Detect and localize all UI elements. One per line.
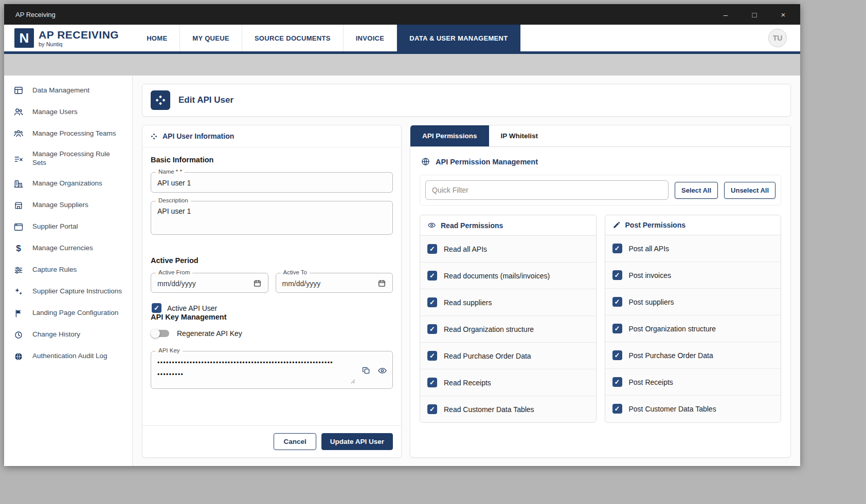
- cancel-button[interactable]: Cancel: [274, 433, 316, 450]
- permission-row[interactable]: ✓ Post Organization structure: [605, 315, 781, 342]
- app-header: N AP RECEIVING by Nuntiq HOME MY QUEUE S…: [4, 25, 800, 51]
- update-api-user-button[interactable]: Update API User: [321, 433, 393, 450]
- sidebar: Data Management Manage Users Manage Proc…: [4, 76, 133, 466]
- regenerate-api-key-toggle[interactable]: [152, 330, 169, 337]
- calendar-icon[interactable]: [253, 279, 262, 288]
- permission-checkbox[interactable]: ✓: [427, 324, 437, 334]
- sidebar-item-label: Manage Suppliers: [32, 201, 88, 210]
- permission-row[interactable]: ✓ Read Receipts: [420, 369, 596, 396]
- api-key-input[interactable]: ••••••••••••••••••••••••••••••••••••••••…: [157, 357, 355, 384]
- nav-item-data-user-management[interactable]: DATA & USER MANAGEMENT: [396, 25, 520, 51]
- store-icon: [12, 200, 25, 211]
- sidebar-item-manage-processing-rule-sets[interactable]: Manage Processing Rule Sets: [4, 144, 132, 173]
- permission-checkbox[interactable]: ✓: [427, 404, 437, 414]
- copy-icon[interactable]: [362, 366, 371, 376]
- sidebar-item-manage-currencies[interactable]: $ Manage Currencies: [4, 238, 132, 259]
- sidebar-item-supplier-capture-instructions[interactable]: Supplier Capture Instructions: [4, 281, 132, 303]
- permission-row[interactable]: ✓ Read Customer Data Tables: [420, 396, 596, 422]
- sidebar-item-landing-page-configuration[interactable]: Landing Page Configuration: [4, 303, 132, 324]
- maximize-button[interactable]: □: [748, 10, 761, 19]
- permission-checkbox[interactable]: ✓: [612, 377, 622, 387]
- sidebar-item-label: Authentication Audit Log: [32, 352, 107, 361]
- main-nav: HOME MY QUEUE SOURCE DOCUMENTS INVOICE D…: [134, 25, 520, 51]
- permission-checkbox[interactable]: ✓: [427, 351, 437, 361]
- unselect-all-button[interactable]: Unselect All: [724, 182, 775, 199]
- diamonds-icon: [150, 133, 158, 140]
- nav-item-source-documents[interactable]: SOURCE DOCUMENTS: [242, 25, 343, 51]
- avatar[interactable]: TU: [768, 29, 787, 47]
- sidebar-item-label: Manage Organizations: [32, 179, 102, 188]
- permission-checkbox[interactable]: ✓: [612, 324, 622, 333]
- permission-row[interactable]: ✓ Read suppliers: [420, 289, 596, 316]
- sidebar-item-label: Data Management: [32, 86, 89, 95]
- quick-filter-input[interactable]: [425, 180, 669, 200]
- name-input[interactable]: [157, 179, 386, 187]
- sidebar-item-supplier-portal[interactable]: Supplier Portal: [4, 216, 132, 238]
- permission-row[interactable]: ✓ Post Receipts: [605, 369, 781, 396]
- active-api-user-checkbox-row[interactable]: ✓ Active API User: [152, 303, 393, 313]
- sidebar-item-manage-processing-teams[interactable]: Manage Processing Teams: [4, 123, 132, 144]
- sidebar-item-manage-organizations[interactable]: Manage Organizations: [4, 173, 132, 195]
- active-to-label: Active To: [281, 269, 310, 275]
- sidebar-item-data-management[interactable]: Data Management: [4, 80, 132, 101]
- sidebar-item-change-history[interactable]: Change History: [4, 324, 132, 346]
- description-input[interactable]: API user 1: [157, 207, 386, 228]
- regenerate-api-key-toggle-row[interactable]: Regenerate API Key: [152, 329, 393, 338]
- permission-checkbox[interactable]: ✓: [427, 297, 437, 307]
- active-api-user-checkbox[interactable]: ✓: [152, 303, 161, 313]
- permission-checkbox[interactable]: ✓: [612, 404, 622, 414]
- permission-row[interactable]: ✓ Read all APIs: [420, 236, 596, 263]
- sparkles-icon: [12, 287, 25, 297]
- api-key-field-label: API Key: [156, 347, 183, 353]
- permission-row[interactable]: ✓ Post Customer Data Tables: [605, 396, 781, 422]
- permission-checkbox[interactable]: ✓: [612, 270, 622, 280]
- tab-api-permissions[interactable]: API Permissions: [410, 125, 489, 146]
- regenerate-api-key-label: Regenerate API Key: [177, 329, 242, 338]
- nav-item-home[interactable]: HOME: [134, 25, 179, 51]
- active-api-user-label: Active API User: [167, 304, 217, 312]
- permission-checkbox[interactable]: ✓: [427, 378, 437, 387]
- permission-checkbox[interactable]: ✓: [612, 297, 622, 307]
- permission-row[interactable]: ✓ Read Purchase Order Data: [420, 343, 596, 369]
- post-permissions-group: Post Permissions ✓ Post all APIs ✓ Post …: [605, 215, 782, 423]
- browser-window-icon: [12, 222, 25, 232]
- name-field-label: Name * *: [156, 169, 185, 175]
- active-period-heading: Active Period: [151, 256, 393, 265]
- dollar-icon: $: [12, 244, 25, 254]
- permission-checkbox[interactable]: ✓: [427, 271, 437, 281]
- flag-icon: [12, 308, 25, 319]
- api-key-management-heading: API Key Management: [151, 313, 393, 321]
- permission-row[interactable]: ✓ Read documents (mails/invoices): [420, 263, 596, 289]
- eye-icon: [427, 221, 436, 230]
- permission-checkbox[interactable]: ✓: [612, 350, 622, 360]
- sidebar-item-manage-suppliers[interactable]: Manage Suppliers: [4, 195, 132, 216]
- read-permissions-title: Read Permissions: [441, 221, 503, 230]
- permission-row[interactable]: ✓ Post Purchase Order Data: [605, 342, 781, 369]
- active-from-field[interactable]: Active From mm/dd/yyyy: [151, 273, 268, 293]
- calendar-icon[interactable]: [377, 279, 386, 288]
- minimize-button[interactable]: –: [719, 10, 732, 19]
- filter-row: Select All Unselect All: [420, 175, 781, 206]
- active-to-field[interactable]: Active To mm/dd/yyyy: [276, 273, 393, 293]
- nav-item-my-queue[interactable]: MY QUEUE: [179, 25, 242, 51]
- close-button[interactable]: ×: [777, 10, 790, 19]
- sidebar-item-authentication-audit-log[interactable]: Authentication Audit Log: [4, 346, 132, 367]
- nav-item-invoice[interactable]: INVOICE: [343, 25, 397, 51]
- brand-name: AP RECEIVING: [39, 29, 119, 40]
- permission-row[interactable]: ✓ Post all APIs: [605, 235, 781, 262]
- brand-logo[interactable]: N AP RECEIVING by Nuntiq: [14, 25, 119, 51]
- form-footer: Cancel Update API User: [142, 425, 401, 457]
- sidebar-item-manage-users[interactable]: Manage Users: [4, 101, 132, 123]
- permission-row[interactable]: ✓ Post suppliers: [605, 289, 781, 315]
- tab-ip-whitelist[interactable]: IP Whitelist: [489, 125, 550, 146]
- permission-row[interactable]: ✓ Post invoices: [605, 262, 781, 289]
- permission-checkbox[interactable]: ✓: [427, 244, 437, 254]
- eye-icon[interactable]: [377, 366, 387, 376]
- permission-row[interactable]: ✓ Read Organization structure: [420, 316, 596, 343]
- permission-checkbox[interactable]: ✓: [612, 244, 622, 253]
- sidebar-item-label: Supplier Portal: [32, 222, 78, 231]
- sidebar-item-capture-rules[interactable]: Capture Rules: [4, 259, 132, 281]
- select-all-button[interactable]: Select All: [675, 182, 718, 199]
- window-title: AP Receiving: [15, 11, 56, 18]
- sidebar-item-label: Manage Users: [32, 108, 78, 117]
